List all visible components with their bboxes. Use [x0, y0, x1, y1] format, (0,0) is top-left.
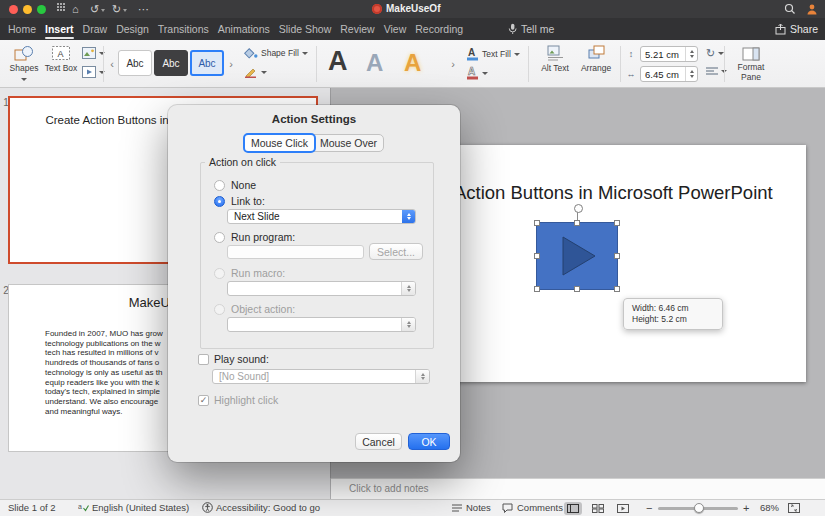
shape-height-stepper[interactable]: 5.21 cm [640, 46, 698, 62]
tab-draw[interactable]: Draw [83, 18, 108, 40]
tab-insert[interactable]: Insert [45, 18, 74, 40]
stepper-arrows-icon[interactable] [685, 47, 697, 61]
tab-recording[interactable]: Recording [415, 18, 463, 40]
notes-pane[interactable]: Click to add notes [331, 478, 825, 499]
tab-design[interactable]: Design [116, 18, 149, 40]
app-grid-icon[interactable] [56, 0, 66, 18]
shape-style-selected[interactable]: Abc [190, 50, 224, 76]
tab-slide-show[interactable]: Slide Show [279, 18, 332, 40]
text-fill-label: Text Fill [482, 49, 511, 59]
dialog-tab-group: Mouse Click Mouse Over [244, 134, 384, 152]
style-gallery-next-icon[interactable]: › [226, 52, 236, 76]
tab-mouse-click[interactable]: Mouse Click [243, 133, 316, 153]
wordart-gallery-next-icon[interactable]: › [448, 52, 458, 76]
wordart-style-glow[interactable]: A [404, 51, 421, 75]
text-fill-button[interactable]: A Text Fill [466, 47, 520, 61]
chevron-down-icon [261, 71, 267, 74]
ok-button[interactable]: OK [408, 433, 450, 450]
cancel-button[interactable]: Cancel [355, 433, 402, 450]
link-to-dropdown[interactable]: Next Slide [227, 209, 416, 224]
run-program-field[interactable] [227, 245, 364, 259]
maximize-window-icon[interactable] [37, 5, 46, 14]
close-window-icon[interactable] [9, 5, 18, 14]
shapes-button[interactable]: Shapes [6, 43, 42, 85]
play-sound-label[interactable]: Play sound: [214, 353, 269, 365]
tab-mouse-over[interactable]: Mouse Over [314, 135, 383, 151]
minimize-window-icon[interactable] [23, 5, 32, 14]
resize-handle-nw[interactable] [534, 220, 540, 226]
zoom-slider-knob[interactable] [694, 503, 704, 513]
dropdown-arrows-icon [401, 318, 415, 331]
shape-outline-button[interactable] [244, 66, 267, 78]
shape-style-dark[interactable]: Abc [154, 50, 188, 76]
arrange-button[interactable]: Arrange [576, 43, 616, 85]
group-label: Action on click [205, 156, 280, 168]
slideshow-view-button[interactable] [614, 502, 632, 515]
resize-handle-s[interactable] [574, 286, 580, 292]
zoom-level[interactable]: 68% [760, 500, 779, 516]
normal-view-button[interactable] [564, 502, 582, 515]
radio-none-label[interactable]: None [231, 179, 256, 191]
resize-handle-se[interactable] [614, 286, 620, 292]
shape-width-stepper[interactable]: 6.45 cm [640, 66, 698, 82]
shape-fill-button[interactable]: Shape Fill [244, 47, 308, 59]
play-sound-checkbox[interactable] [198, 354, 209, 365]
share-button[interactable]: Share [775, 18, 818, 40]
radio-none[interactable] [214, 180, 225, 191]
highlight-click-checkbox[interactable]: ✓ [198, 395, 209, 406]
tell-me-button[interactable]: Tell me [508, 18, 554, 40]
resize-handle-w[interactable] [534, 253, 540, 259]
dropdown-arrows-icon [415, 370, 429, 383]
ribbon-separator [316, 46, 317, 82]
zoom-in-icon[interactable]: + [743, 500, 749, 516]
insert-media-button[interactable] [82, 66, 105, 78]
ribbon-separator [528, 46, 529, 82]
slide-sorter-view-button[interactable] [589, 502, 607, 515]
tab-review[interactable]: Review [340, 18, 374, 40]
notes-placeholder[interactable]: Click to add notes [349, 483, 429, 494]
radio-link-to[interactable] [214, 196, 225, 207]
comments-toggle[interactable]: Comments [517, 500, 563, 516]
text-box-icon: A [51, 43, 71, 61]
resize-handle-sw[interactable] [534, 286, 540, 292]
resize-handle-ne[interactable] [614, 220, 620, 226]
action-button-shape[interactable] [536, 222, 618, 290]
document-title: MakeUseOf [386, 0, 440, 18]
wordart-style-dark[interactable]: A [328, 48, 348, 75]
resize-handle-n[interactable] [574, 220, 580, 226]
style-gallery-prev-icon[interactable]: ‹ [107, 52, 117, 76]
tab-transitions[interactable]: Transitions [158, 18, 209, 40]
fit-to-window-icon[interactable] [788, 503, 800, 515]
select-button[interactable]: Select... [369, 243, 423, 260]
undo-icon[interactable]: ↺ [90, 0, 105, 18]
insert-picture-button[interactable] [82, 47, 105, 59]
radio-run-program-label[interactable]: Run program: [231, 231, 295, 243]
accessibility-status[interactable]: Accessibility: Good to go [216, 500, 320, 516]
tab-view[interactable]: View [384, 18, 407, 40]
radio-run-program[interactable] [214, 232, 225, 243]
notes-toggle[interactable]: Notes [466, 500, 491, 516]
highlight-click-label[interactable]: Highlight click [214, 394, 278, 406]
alt-text-button[interactable]: Alt Text [536, 43, 574, 85]
format-pane-button[interactable]: Format Pane [728, 43, 774, 85]
resize-handle-e[interactable] [614, 253, 620, 259]
language-indicator[interactable]: English (United States) [92, 500, 189, 516]
text-outline-button[interactable]: A [466, 66, 488, 80]
rotate-button[interactable]: ↻ [706, 47, 724, 60]
stepper-arrows-icon[interactable] [685, 67, 697, 81]
tab-animations[interactable]: Animations [218, 18, 270, 40]
titlebar: ⌂ ↺ ↻ ⋯ MakeUseOf [0, 0, 825, 18]
home-icon[interactable]: ⌂ [72, 0, 79, 18]
wordart-style-outline[interactable]: A [366, 51, 383, 75]
spell-check-icon: a [78, 502, 89, 515]
tell-me-label: Tell me [521, 23, 554, 35]
tab-home[interactable]: Home [8, 18, 36, 40]
radio-link-to-label[interactable]: Link to: [231, 195, 265, 207]
redo-icon[interactable]: ↻ [112, 0, 127, 18]
rotation-handle[interactable] [574, 204, 583, 213]
shape-fill-icon [244, 47, 258, 59]
shape-style-light[interactable]: Abc [118, 50, 152, 76]
text-box-button[interactable]: A Text Box [44, 43, 78, 85]
zoom-out-icon[interactable]: − [646, 500, 652, 516]
more-commands-icon[interactable]: ⋯ [138, 0, 149, 18]
